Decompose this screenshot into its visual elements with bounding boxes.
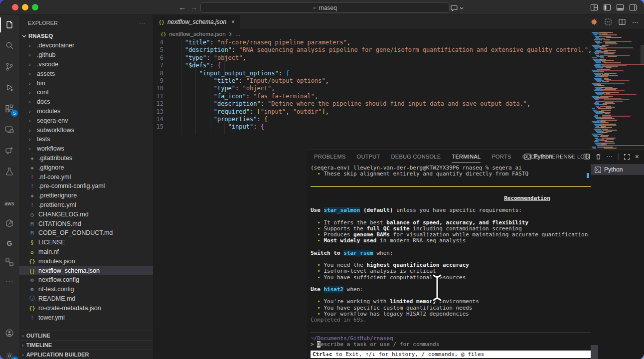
minimize-window-button[interactable] xyxy=(22,4,28,10)
json-icon: {} xyxy=(29,268,35,274)
file-row[interactable]: !tower.yml xyxy=(19,313,153,322)
split-editor-icon[interactable] xyxy=(618,18,626,26)
yaml-icon: ! xyxy=(29,183,35,189)
toggle-panel-icon[interactable] xyxy=(616,3,624,11)
more-views-button[interactable]: ··· xyxy=(0,272,19,290)
panel-more-actions-icon[interactable]: ⋯ xyxy=(607,153,613,160)
settings-button[interactable]: 1 xyxy=(0,347,19,359)
chat-activity-button[interactable] xyxy=(0,142,19,160)
panel-scrollbar[interactable] xyxy=(591,345,598,359)
nav-forward-button[interactable]: → xyxy=(189,2,199,13)
aws-activity-button[interactable]: aws xyxy=(0,194,19,212)
terminal-profile-label[interactable]: Python xyxy=(524,153,552,160)
references-activity-button[interactable] xyxy=(0,253,19,271)
nf-core-run-icon[interactable] xyxy=(590,18,598,26)
format-icon[interactable] xyxy=(604,18,612,26)
minimap[interactable] xyxy=(591,31,644,150)
terminal-dropdown-icon[interactable] xyxy=(569,155,573,159)
chevron-right-icon: › xyxy=(29,146,34,152)
kill-terminal-icon[interactable] xyxy=(595,153,602,160)
search-activity-button[interactable] xyxy=(0,37,19,55)
close-window-button[interactable] xyxy=(12,4,18,10)
sidebar-section-application-builder[interactable]: ›APPLICATION BUILDER xyxy=(19,350,153,359)
file-row[interactable]: ◷CHANGELOG.md xyxy=(19,209,153,219)
testing-activity-button[interactable] xyxy=(0,163,19,180)
folder-row[interactable]: ›conf xyxy=(19,88,153,97)
minimap-slider[interactable] xyxy=(641,45,644,65)
folder-row[interactable]: ›subworkflows xyxy=(19,125,153,135)
tab-title: nextflow_schema.json xyxy=(167,18,226,25)
panel-tab-output[interactable]: OUTPUT xyxy=(357,150,380,163)
folder-row[interactable]: ›workflows xyxy=(19,144,153,154)
code-editor[interactable]: 4 "title": "nf-core/rnaseq pipeline para… xyxy=(154,39,591,135)
ellipsis-icon: ··· xyxy=(5,277,14,285)
folder-row[interactable]: ›.github xyxy=(19,50,153,60)
info-icon: ⓘ xyxy=(29,295,35,302)
chat-button[interactable] xyxy=(450,2,464,13)
folder-row[interactable]: ›bin xyxy=(19,78,153,88)
extensions-activity-button[interactable]: 5 xyxy=(0,100,19,118)
terminal-list-item-python[interactable]: Python xyxy=(591,164,644,175)
folder-row[interactable]: ›tests xyxy=(19,135,153,144)
breadcrumb-more: … xyxy=(235,31,241,37)
command-center-search[interactable]: ⌕ rnaseq xyxy=(200,2,450,13)
file-row[interactable]: {}ro-crate-metadata.json xyxy=(19,303,153,313)
sidebar-section-outline[interactable]: ›OUTLINE xyxy=(19,331,153,340)
file-row[interactable]: ◈.prettierignore xyxy=(19,191,153,200)
file-row[interactable]: ⓘREADME.md xyxy=(19,294,153,304)
folder-row[interactable]: ›seqera-env xyxy=(19,116,153,125)
gitlens-icon: G xyxy=(7,239,12,247)
run-debug-activity-button[interactable] xyxy=(0,79,19,97)
activity-bar: 5 aws G ··· 1 xyxy=(0,15,19,359)
folder-row[interactable]: ›assets xyxy=(19,69,153,78)
file-row[interactable]: {}modules.json xyxy=(19,256,153,266)
nextflow-activity-button[interactable] xyxy=(0,214,19,232)
remote-explorer-activity-button[interactable] xyxy=(0,121,19,139)
split-terminal-icon[interactable] xyxy=(583,153,590,160)
close-tab-icon[interactable]: × xyxy=(231,18,235,25)
close-panel-icon[interactable]: × xyxy=(635,153,639,161)
file-row[interactable]: {}nextflow_schema.json xyxy=(19,266,153,275)
editor-more-actions-icon[interactable]: ⋯ xyxy=(632,18,639,26)
customize-layout-icon[interactable] xyxy=(590,3,598,11)
folder-row[interactable]: ›.vscode xyxy=(19,60,153,69)
gitlens-activity-button[interactable]: G xyxy=(0,234,19,252)
editor-tabbar: {} nextflow_schema.json × ⋯ xyxy=(154,15,644,29)
folder-row[interactable]: ›.devcontainer xyxy=(19,41,153,50)
accounts-button[interactable] xyxy=(0,324,19,342)
panel-tab-ports[interactable]: PORTS xyxy=(491,150,511,163)
file-row[interactable]: ⚙nextflow.config xyxy=(19,275,153,285)
file-row[interactable]: !.nf-core.yml xyxy=(19,172,153,181)
sidebar-section-timeline[interactable]: ›TIMELINE xyxy=(19,340,153,350)
new-terminal-icon[interactable]: ＋ xyxy=(557,152,564,161)
code-line: 9 "title": "Input/output options", xyxy=(154,77,591,85)
file-row[interactable]: ⚙nf-test.config xyxy=(19,285,153,294)
file-row[interactable]: MCODE_OF_CONDUCT.md xyxy=(19,228,153,238)
file-row[interactable]: ◈.gitattributes xyxy=(19,154,153,163)
panel-tab-terminal[interactable]: TERMINAL xyxy=(452,150,481,163)
code-line: 5 "description": "RNA sequencing analysi… xyxy=(154,46,591,54)
nav-back-button[interactable]: ← xyxy=(177,2,187,13)
source-control-activity-button[interactable] xyxy=(0,58,19,76)
folder-row[interactable]: ›docs xyxy=(19,97,153,107)
file-row[interactable]: MCITATIONS.md xyxy=(19,219,153,228)
code-line: 13 "required": ["input", "outdir"], xyxy=(154,108,591,116)
explorer-more-actions[interactable]: ··· xyxy=(139,20,146,26)
zoom-window-button[interactable] xyxy=(32,4,38,10)
tab-nextflow-schema[interactable]: {} nextflow_schema.json × xyxy=(154,15,240,29)
panel-tab-debug-console[interactable]: DEBUG CONSOLE xyxy=(391,150,441,163)
maximize-panel-icon[interactable] xyxy=(624,154,630,160)
file-row[interactable]: ✿main.nf xyxy=(19,247,153,257)
chevron-right-icon: › xyxy=(29,108,34,114)
file-row[interactable]: ◈.gitignore xyxy=(19,163,153,172)
breadcrumb[interactable]: {} nextflow_schema.json … xyxy=(154,29,644,39)
file-row[interactable]: !.prettierrc.yml xyxy=(19,200,153,210)
toggle-primary-sidebar-icon[interactable] xyxy=(603,3,611,11)
panel-tab-problems[interactable]: PROBLEMS xyxy=(314,150,346,163)
file-row[interactable]: !.pre-commit-config.yaml xyxy=(19,181,153,191)
toggle-secondary-sidebar-icon[interactable] xyxy=(629,3,637,11)
folder-row[interactable]: ›modules xyxy=(19,107,153,116)
explorer-activity-button[interactable] xyxy=(0,16,19,34)
file-row[interactable]: §LICENSE xyxy=(19,238,153,247)
root-folder-rnaseq[interactable]: RNASEQ xyxy=(19,31,153,41)
